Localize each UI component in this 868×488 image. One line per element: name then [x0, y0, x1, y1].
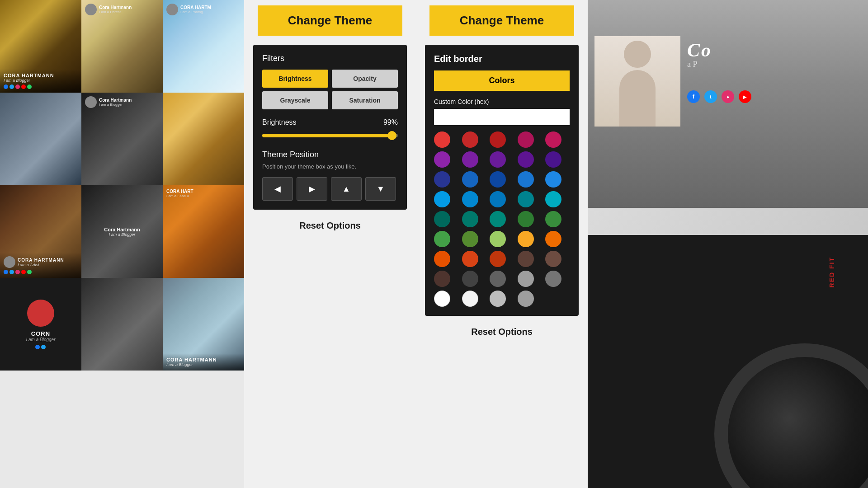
preview-card	[594, 36, 680, 127]
reset-options-right[interactable]: Reset Options	[471, 327, 533, 337]
color-swatch[interactable]	[462, 271, 478, 287]
color-swatch[interactable]	[434, 251, 450, 267]
color-swatch[interactable]	[434, 131, 450, 148]
color-swatch[interactable]	[434, 291, 450, 307]
custom-color-input[interactable]	[434, 109, 570, 125]
preview-sub: a P	[687, 60, 712, 69]
color-swatch[interactable]	[545, 211, 561, 227]
filters-title: Filters	[262, 54, 398, 63]
color-swatch[interactable]	[490, 171, 506, 188]
cell-subtitle-10: I am a Blogger	[26, 337, 55, 342]
grid-cell-11[interactable]	[81, 278, 163, 371]
avatar	[166, 4, 178, 15]
color-swatch-empty	[545, 291, 561, 307]
position-left-btn[interactable]: ◀	[262, 177, 293, 201]
color-swatch[interactable]	[518, 291, 534, 307]
color-swatch[interactable]	[490, 231, 506, 247]
color-swatch[interactable]	[518, 171, 534, 188]
grayscale-filter-btn[interactable]: Grayscale	[262, 91, 328, 109]
theme-position-title: Theme Position	[262, 150, 398, 160]
filter-buttons: Brightness Opacity Grayscale Saturation	[262, 70, 398, 109]
color-swatch[interactable]	[434, 211, 450, 227]
social-dot	[21, 84, 26, 89]
brightness-slider[interactable]	[262, 134, 398, 137]
avatar	[85, 96, 97, 108]
fitness-logo: RED FIT	[828, 257, 835, 287]
grid-cell-4[interactable]	[0, 93, 81, 185]
color-swatch[interactable]	[490, 191, 506, 207]
facebook-icon: f	[687, 90, 700, 103]
theme-position-desc: Position your theme box as you like.	[262, 163, 398, 170]
color-swatch[interactable]	[434, 271, 450, 287]
color-swatch[interactable]	[462, 191, 478, 207]
position-up-btn[interactable]: ▲	[331, 177, 362, 201]
color-swatch[interactable]	[490, 271, 506, 287]
color-swatch[interactable]	[490, 151, 506, 168]
cell-name-1: CORA HARTMANN	[4, 73, 78, 78]
cell-top-subtitle-3: I am a Photog	[180, 10, 211, 14]
color-swatch[interactable]	[545, 251, 561, 267]
color-swatch[interactable]	[490, 131, 506, 148]
color-swatch[interactable]	[518, 271, 534, 287]
preview-text-right: Co a P	[687, 41, 712, 69]
color-swatch[interactable]	[434, 151, 450, 168]
grid-cell-9[interactable]: CORA HART I am a Food B	[163, 185, 244, 278]
social-dot	[27, 270, 32, 274]
color-swatch[interactable]	[545, 131, 561, 148]
saturation-filter-btn[interactable]: Saturation	[332, 91, 398, 109]
color-swatch[interactable]	[545, 231, 561, 247]
grid-cell-3[interactable]: CORA HARTM I am a Photog	[163, 0, 244, 93]
color-swatch[interactable]	[462, 251, 478, 267]
color-swatch[interactable]	[462, 151, 478, 168]
grid-cell-6[interactable]	[163, 93, 244, 185]
color-swatch[interactable]	[462, 291, 478, 307]
grid-cell-12[interactable]: Cora Hartmann I am a Blogger	[163, 278, 244, 371]
cell-top-subtitle-2: I am a Parent	[99, 10, 132, 14]
cell-subtitle-7: I am a Artist	[18, 263, 64, 267]
color-swatch[interactable]	[462, 171, 478, 188]
color-swatch[interactable]	[518, 251, 534, 267]
color-swatch[interactable]	[462, 131, 478, 148]
color-swatch[interactable]	[518, 211, 534, 227]
position-down-btn[interactable]: ▼	[365, 177, 396, 201]
cell-name-7: Cora Hartmann	[18, 258, 64, 263]
color-swatch[interactable]	[545, 191, 561, 207]
position-right-btn[interactable]: ▶	[297, 177, 327, 201]
opacity-filter-btn[interactable]: Opacity	[332, 70, 398, 88]
social-dot	[21, 270, 26, 274]
right-panel: Change Theme Edit border Colors Custom C…	[416, 0, 588, 488]
color-swatch[interactable]	[490, 211, 506, 227]
color-swatch[interactable]	[518, 191, 534, 207]
reset-options-center[interactable]: Reset Options	[299, 221, 361, 231]
color-swatch[interactable]	[518, 151, 534, 168]
color-swatch[interactable]	[545, 151, 561, 168]
color-swatch[interactable]	[490, 251, 506, 267]
color-swatch[interactable]	[462, 231, 478, 247]
grid-cell-5[interactable]: Cora Hartmann I am a Blogger	[81, 93, 163, 185]
cell-top-name-5: Cora Hartmann	[99, 98, 132, 103]
color-swatch[interactable]	[462, 211, 478, 227]
grid-cell-1[interactable]: CORA HARTMANN I am a Blogger	[0, 0, 81, 93]
change-theme-button-right[interactable]: Change Theme	[429, 5, 574, 36]
brightness-filter-btn[interactable]: Brightness	[262, 70, 328, 88]
colors-button[interactable]: Colors	[434, 70, 570, 91]
grid-cell-7[interactable]: Cora Hartmann I am a Artist	[0, 185, 81, 278]
cell-subtitle-1: I am a Blogger	[4, 78, 78, 83]
color-swatch[interactable]	[434, 171, 450, 188]
color-swatch[interactable]	[518, 131, 534, 148]
grid-cell-10[interactable]: Corn I am a Blogger	[0, 278, 81, 371]
change-theme-button-center[interactable]: Change Theme	[258, 5, 402, 36]
social-dot	[15, 84, 20, 89]
color-swatch[interactable]	[545, 171, 561, 188]
image-grid: CORA HARTMANN I am a Blogger Cora Hartma…	[0, 0, 244, 488]
color-swatch[interactable]	[518, 231, 534, 247]
tire-element	[714, 343, 868, 488]
grid-cell-2[interactable]: Cora Hartmann I am a Parent	[81, 0, 163, 93]
center-panel: Change Theme Filters Brightness Opacity …	[244, 0, 416, 488]
color-swatch[interactable]	[545, 271, 561, 287]
cell-subtitle-12: I am a Blogger	[166, 362, 241, 367]
color-swatch[interactable]	[434, 231, 450, 247]
color-swatch[interactable]	[490, 291, 506, 307]
grid-cell-8[interactable]: Cora Hartmann I am a Blogger	[81, 185, 163, 278]
color-swatch[interactable]	[434, 191, 450, 207]
